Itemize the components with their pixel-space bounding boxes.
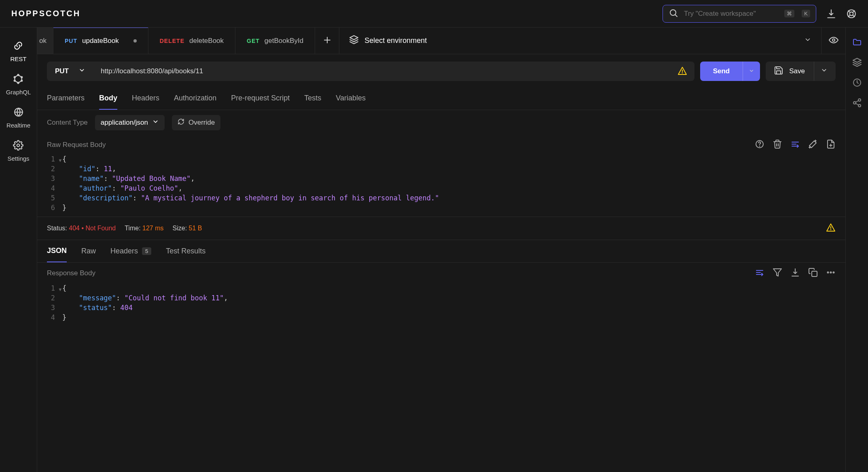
add-tab-button[interactable] — [315, 28, 339, 54]
response-tab-json[interactable]: JSON — [47, 240, 67, 262]
nav-rest[interactable]: REST — [10, 35, 26, 68]
tab-name: getBookById — [265, 37, 303, 45]
more-icon[interactable] — [826, 268, 836, 279]
line-number: 2 — [37, 164, 62, 174]
history-icon[interactable] — [852, 78, 862, 87]
chevron-down-icon — [152, 118, 159, 127]
environment-selector[interactable]: Select environment — [339, 28, 821, 54]
url-input[interactable] — [101, 67, 673, 75]
time-label: Time: — [125, 225, 140, 232]
svg-point-42 — [830, 272, 832, 273]
nav-label: Realtime — [6, 122, 30, 129]
response-tab-test-results[interactable]: Test Results — [166, 240, 205, 262]
status-text: Not Found — [85, 225, 116, 232]
left-sidebar: REST GraphQL Realtime Settings — [0, 28, 37, 472]
tab-prev-partial[interactable]: ok — [37, 28, 53, 54]
support-icon[interactable] — [846, 9, 857, 19]
tab-label: Test Results — [166, 247, 205, 255]
tab-deletebook[interactable]: DELETE deleteBook — [148, 28, 235, 54]
wand-icon[interactable] — [808, 139, 818, 150]
chevron-down-icon — [749, 68, 754, 75]
editor-line: 4 "author": "Paulo Coelho", — [37, 183, 845, 193]
save-options[interactable] — [814, 62, 828, 81]
nav-graphql[interactable]: GraphQL — [6, 68, 31, 101]
response-status-row: Status: 404 • Not Found Time: 127 ms Siz… — [37, 217, 845, 240]
response-body-viewer[interactable]: 1▼{2 "message": "Could not find book 11"… — [37, 283, 845, 326]
topbar: HOPPSCOTCH ⌘ K — [0, 0, 868, 28]
editor-line: 1▼{ — [37, 283, 845, 293]
subtab-parameters[interactable]: Parameters — [47, 88, 85, 110]
nav-realtime[interactable]: Realtime — [6, 101, 30, 134]
request-tabs: ok PUT updateBook DELETE deleteBook GET … — [37, 28, 845, 54]
method-selector[interactable]: PUT — [47, 62, 93, 81]
override-button[interactable]: Override — [172, 115, 220, 130]
subtab-variables[interactable]: Variables — [336, 88, 366, 110]
content-type-value: application/json — [101, 119, 148, 127]
chevron-down-icon — [804, 36, 811, 45]
nav-label: GraphQL — [6, 89, 31, 96]
download-icon[interactable] — [790, 268, 800, 279]
svg-marker-19 — [350, 36, 358, 40]
status-code: 404 — [69, 225, 80, 232]
tab-updatebook[interactable]: PUT updateBook — [53, 28, 148, 54]
file-plus-icon[interactable] — [826, 139, 836, 150]
link-icon — [13, 40, 23, 52]
format-icon[interactable] — [790, 139, 800, 150]
subtab-headers[interactable]: Headers — [132, 88, 159, 110]
override-label: Override — [188, 119, 215, 127]
subtab-body[interactable]: Body — [99, 88, 117, 110]
global-search[interactable]: ⌘ K — [663, 5, 816, 23]
download-icon[interactable] — [826, 9, 836, 19]
right-sidebar — [845, 28, 868, 472]
search-input[interactable] — [684, 10, 777, 18]
request-body-editor[interactable]: 1▼{2 "id": 11,3 "name": "Updated Book Na… — [37, 154, 845, 217]
dirty-indicator-icon — [133, 39, 137, 43]
size-value: 51 B — [189, 225, 202, 232]
send-options[interactable] — [743, 62, 760, 81]
send-button[interactable]: Send — [700, 62, 760, 81]
line-number: 1▼ — [37, 154, 62, 164]
response-tabs: JSONRawHeaders5Test Results — [37, 240, 845, 263]
line-code: "author": "Paulo Coelho", — [62, 183, 182, 193]
layers-icon — [349, 35, 359, 47]
folder-icon[interactable] — [852, 37, 862, 47]
kbd-key: K — [802, 10, 810, 17]
content-type-selector[interactable]: application/json — [95, 115, 165, 130]
copy-icon[interactable] — [808, 268, 818, 279]
svg-line-49 — [855, 101, 858, 102]
svg-line-50 — [855, 104, 858, 105]
warning-icon[interactable] — [677, 66, 687, 77]
filter-icon[interactable] — [773, 268, 782, 279]
chevron-down-icon — [78, 67, 85, 76]
svg-point-35 — [831, 230, 831, 230]
subtab-tests[interactable]: Tests — [304, 88, 321, 110]
graphql-icon — [13, 74, 23, 85]
response-tab-headers[interactable]: Headers5 — [110, 240, 151, 262]
line-number: 4 — [37, 313, 62, 322]
line-number: 1▼ — [37, 283, 62, 293]
nav-settings[interactable]: Settings — [7, 134, 29, 168]
layers-icon[interactable] — [852, 57, 862, 67]
send-label: Send — [700, 67, 743, 75]
env-label: Select environment — [364, 36, 427, 45]
nav-label: REST — [10, 55, 26, 62]
line-code: "name": "Updated Book Name", — [62, 174, 195, 183]
save-label: Save — [789, 67, 805, 75]
env-preview-button[interactable] — [821, 28, 845, 54]
time-value: 127 ms — [142, 225, 163, 232]
share-icon[interactable] — [852, 98, 862, 108]
wrap-icon[interactable] — [755, 268, 764, 279]
save-button[interactable]: Save — [766, 62, 836, 81]
response-tab-raw[interactable]: Raw — [81, 240, 96, 262]
tab-getbookbyid[interactable]: GET getBookById — [235, 28, 315, 54]
help-icon[interactable] — [755, 139, 764, 150]
warning-icon[interactable] — [826, 223, 836, 234]
line-code: "id": 11, — [62, 164, 116, 174]
subtab-authorization[interactable]: Authorization — [174, 88, 216, 110]
url-input-wrap — [93, 62, 694, 81]
line-code: "message": "Could not find book 11", — [62, 293, 228, 303]
subtab-pre-request-script[interactable]: Pre-request Script — [231, 88, 290, 110]
method-value: PUT — [55, 67, 69, 75]
line-code: "description": "A mystical journey of a … — [62, 193, 439, 203]
trash-icon[interactable] — [773, 139, 782, 150]
